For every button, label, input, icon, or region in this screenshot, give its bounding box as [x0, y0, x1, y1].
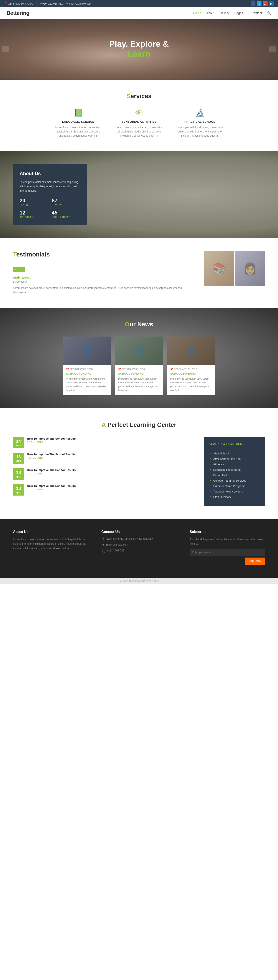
footer-subscribe-title: Subscribe	[190, 530, 265, 534]
testimonial-images: 📚 👩	[204, 251, 265, 286]
topbar-info: 📍 1143 New York, USA 📞 +[010] 221 918 81…	[4, 2, 92, 5]
testimonial-image-2: 👩	[235, 251, 265, 286]
email-icon: ✉	[66, 2, 68, 5]
nav-item-contact[interactable]: Contact	[251, 11, 262, 15]
date-num-2: 18	[14, 470, 23, 475]
googleplus-icon[interactable]: G+	[263, 1, 268, 6]
about-section: About Us Lorem ipsum dolor sit amet, con…	[0, 151, 278, 238]
news-card-0: 📅 FEBRUARY 08, 2018 SCHOOL FUNDING Proin…	[63, 337, 111, 395]
news-card-2: 📅 FEBRUARY 08, 2018 SCHOOL FUNDING Proin…	[167, 337, 215, 395]
footer-subscribe-text: By subscribing to our mailing list you w…	[190, 537, 265, 546]
service-item-2: 🔬 Practical School Lorem ipsum dolor sit…	[176, 108, 224, 138]
calendar-icon-2: 📅	[170, 368, 173, 371]
service-item-0: 📗 Language, Science Lorem ipsum dolor si…	[54, 108, 102, 138]
carousel-nav: ‹ ›	[13, 267, 25, 272]
news-card-image-2	[167, 337, 215, 365]
search-icon[interactable]: 🔍	[267, 11, 272, 15]
carousel-prev-button[interactable]: ‹	[13, 267, 19, 272]
facility-item-5: ✓College Planning Services	[209, 479, 260, 482]
footer-email-text: info@example.com	[106, 543, 128, 546]
nav-item-about[interactable]: About	[206, 11, 214, 15]
footer-about-col: About Us Lorem ipsum dolor sit amet, con…	[13, 530, 88, 565]
nav-link-pages[interactable]: Pages ▼	[234, 11, 246, 15]
footer-email-icon: ✉	[101, 543, 104, 547]
address-text: 1143 New York, USA	[8, 2, 33, 5]
stat-0: 20 CLASSES	[19, 197, 48, 206]
facility-item-1: ✓After School Fine Arts	[209, 457, 260, 461]
calendar-icon-1: 📅	[118, 368, 121, 371]
blog-title-3: How To Improve The School Results	[27, 484, 76, 487]
nav-link-contact[interactable]: Contact	[251, 11, 262, 15]
stat-label-3: PRIZE LAURATES	[52, 216, 81, 218]
about-desc: Lorem ipsum dolor sit amet, consectetur …	[19, 180, 81, 193]
nav-item-home[interactable]: Home	[193, 11, 201, 15]
stat-number-0: 20	[19, 197, 48, 204]
learning-section: A Perfect Learning Center 14 MAR How To …	[0, 408, 278, 519]
facility-label-1: After School Fine Arts	[213, 457, 241, 461]
blog-entry-3: 18 MAR How To Improve The School Results…	[13, 484, 196, 496]
carousel-next-button[interactable]: ›	[19, 267, 25, 272]
news-category-2: SCHOOL FUNDING	[170, 372, 212, 375]
stat-number-3: 45	[52, 210, 81, 216]
brand-logo[interactable]: Bettering	[6, 10, 29, 16]
service-desc-0: Lorem ipsum dolor sit amet, consectetur …	[54, 126, 102, 138]
subscribe-button[interactable]: 订阅下载码	[245, 558, 265, 565]
address-info: 📍 1143 New York, USA	[4, 2, 33, 5]
subscribe-email-input[interactable]	[190, 549, 265, 556]
hero-prev-button[interactable]: ‹	[2, 46, 9, 52]
facility-check-6: ✓	[209, 484, 212, 487]
testimonials-title-rest: estimonials	[16, 251, 50, 258]
service-desc-2: Lorem ipsum dolor sit amet, consectetur …	[176, 126, 224, 138]
watermark-text: 论坛社区bbs.xieniao.com 兑换下载码	[119, 579, 159, 582]
hero-content: Play, Explore & Learn	[109, 39, 169, 59]
email-info: ✉ info@example.com	[66, 2, 92, 5]
stat-label-0: CLASSES	[19, 204, 48, 206]
phone-text: +[010] 221 918 811	[40, 2, 63, 5]
nav-link-home[interactable]: Home	[193, 11, 201, 15]
facility-item-4: ✓Dining Hall	[209, 474, 260, 477]
nav-item-gallery[interactable]: Gallery	[220, 11, 229, 15]
blog-entry-0: 14 MAR How To Improve The School Results…	[13, 437, 196, 448]
blog-title-1: How To Improve The School Results	[27, 453, 76, 456]
hero-next-button[interactable]: ›	[269, 46, 276, 52]
news-section: Our News 📅 FEBRUARY 08, 2018 SCHOOL FUND…	[0, 308, 278, 408]
date-num-1: 16	[14, 454, 23, 460]
nav-link-gallery[interactable]: Gallery	[220, 11, 229, 15]
blog-info-2: How To Improve The School Results 0 COMM…	[27, 468, 76, 475]
nav-link-about[interactable]: About	[206, 11, 214, 15]
blog-info-1: How To Improve The School Results 0 COMM…	[27, 453, 76, 459]
nav-search[interactable]: 🔍	[267, 11, 272, 15]
facility-label-4: Dining Hall	[213, 474, 227, 477]
footer-phone: 📞 +1234 567 547	[101, 549, 177, 553]
facilities-title: LEARNING FACILITIES	[209, 442, 260, 448]
news-card-image-1	[115, 337, 163, 365]
news-card-body-0: 📅 FEBRUARY 08, 2018 SCHOOL FUNDING Proin…	[63, 365, 111, 395]
testimonial-subtitle: Lorem Ipsum	[13, 280, 196, 283]
service-icon-2: 🔬	[176, 108, 224, 118]
facility-check-8: ✓	[209, 495, 212, 498]
footer-address-icon: 📍	[101, 538, 105, 541]
news-grid: 📅 FEBRUARY 08, 2018 SCHOOL FUNDING Proin…	[13, 337, 265, 395]
services-grid: 📗 Language, Science Lorem ipsum dolor si…	[13, 108, 265, 138]
facility-label-2: Athletics	[213, 463, 224, 466]
facility-check-1: ✓	[209, 457, 212, 460]
twitter-icon[interactable]: t	[257, 1, 262, 6]
phone-icon: 📞	[36, 2, 39, 5]
stat-number-1: 87	[52, 197, 81, 204]
blog-list: 14 MAR How To Improve The School Results…	[13, 437, 196, 506]
news-title-rest: ur News	[130, 321, 153, 328]
linkedin-icon[interactable]: in	[269, 1, 274, 6]
news-excerpt-1: Proin ultrices vestibulum velit. Lorem i…	[118, 377, 160, 392]
news-date-1: 📅 FEBRUARY 08, 2018	[118, 368, 160, 371]
facebook-icon[interactable]: f	[251, 1, 256, 6]
nav-menu: Home About Gallery Pages ▼ Contact 🔍	[193, 11, 272, 15]
service-item-1: 👁 Sensorial Activities Lorem ipsum dolor…	[115, 108, 163, 138]
date-badge-2: 18 MAR	[13, 468, 24, 480]
news-date-0: 📅 FEBRUARY 08, 2018	[66, 368, 108, 371]
date-mon-0: MAR	[16, 444, 21, 447]
social-links: f t G+ in	[251, 1, 274, 6]
hero-title-line1: Play, Explore &	[109, 39, 169, 49]
address-icon: 📍	[4, 2, 8, 5]
nav-item-pages[interactable]: Pages ▼	[234, 11, 246, 15]
footer-email: ✉ info@example.com	[101, 543, 177, 547]
